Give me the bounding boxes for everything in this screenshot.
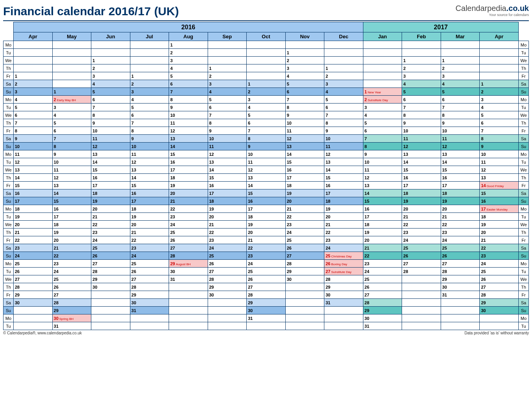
calendar-cell: 9 <box>285 111 324 119</box>
calendar-cell <box>169 283 208 291</box>
day-label-right: Fr <box>519 127 529 135</box>
calendar-cell: 21 <box>441 213 480 221</box>
calendar-cell: 20 <box>169 189 208 197</box>
month-header: Mar <box>441 32 480 41</box>
calendar-cell: 20 <box>130 221 169 229</box>
calendar-cell: 17 <box>130 197 169 205</box>
calendar-cell: 4 <box>402 80 441 88</box>
calendar-cell: 9 <box>169 104 208 111</box>
calendar-cell: 14 <box>285 150 324 158</box>
calendar-cell: 21 <box>52 244 91 252</box>
calendar-cell: 28 <box>285 260 324 268</box>
calendar-cell: 4 <box>52 111 91 119</box>
calendar-cell: 14 <box>441 158 480 166</box>
calendar-cell: 12 <box>52 174 91 182</box>
calendar-cell: 6 <box>285 88 324 96</box>
calendar-cell: 1 <box>14 72 53 80</box>
calendar-cell: 20 <box>441 205 480 213</box>
day-label-right: Th <box>519 174 529 182</box>
calendar-cell <box>402 49 441 57</box>
calendar-cell: 13 <box>441 150 480 158</box>
day-label-left: Th <box>4 119 14 127</box>
calendar-cell: 11 <box>402 135 441 143</box>
calendar-cell: 10 <box>480 150 519 158</box>
calendar-cell: 7 <box>285 96 324 104</box>
month-header: Apr <box>480 32 519 41</box>
calendar-cell <box>285 283 324 291</box>
footer-copyright: © Calendarpedia®, www.calendarpedia.co.u… <box>3 331 82 335</box>
calendar-cell: 1 <box>285 49 324 57</box>
calendar-cell: 6 <box>130 111 169 119</box>
calendar-cell: 7 <box>14 119 53 127</box>
calendar-cell: 8 <box>247 135 286 143</box>
day-label-left: Sa <box>4 135 14 143</box>
calendar-cell: 1 <box>324 64 363 72</box>
calendar-cell: 28 <box>480 291 519 299</box>
calendar-cell: 21 <box>285 205 324 213</box>
calendar-cell: 13 <box>247 174 286 182</box>
calendar-cell: 4 <box>91 80 130 88</box>
day-label-right: Tu <box>519 213 529 221</box>
calendar-cell: 10 <box>208 135 247 143</box>
month-header: Jul <box>130 32 169 41</box>
calendar-cell: 5 <box>363 119 402 127</box>
calendar-cell <box>480 41 519 49</box>
calendar-cell <box>402 291 441 299</box>
calendar-cell: 13 <box>14 166 53 174</box>
calendar-cell: 4 <box>14 96 53 104</box>
calendar-cell: 13 <box>169 135 208 143</box>
day-label-right: Sa <box>519 135 529 143</box>
day-label-left: Fr <box>4 291 14 299</box>
calendar-cell: 16 <box>285 166 324 174</box>
calendar-cell: 2 <box>169 49 208 57</box>
day-label-left: Su <box>4 88 14 96</box>
calendar-cell <box>324 322 363 330</box>
calendar-cell: 18 <box>247 213 286 221</box>
calendar-cell: 19 <box>52 229 91 236</box>
calendar-cell: 11 <box>91 135 130 143</box>
day-label-left: Fr <box>4 236 14 244</box>
day-label-right: We <box>519 166 529 174</box>
calendar-cell: 26Boxing Day <box>324 260 363 268</box>
calendar-cell: 17 <box>363 213 402 221</box>
calendar-cell: 17 <box>91 182 130 189</box>
calendar-cell: 18 <box>14 205 53 213</box>
calendar-cell <box>402 275 441 283</box>
calendar-cell <box>480 72 519 80</box>
month-header: Jun <box>91 32 130 41</box>
calendar-cell <box>402 41 441 49</box>
calendar-cell: 15 <box>247 189 286 197</box>
calendar-cell: 10 <box>14 143 53 150</box>
calendar-cell: 7 <box>324 111 363 119</box>
calendar-cell: 30 <box>169 268 208 275</box>
calendar-cell: 5 <box>14 104 53 111</box>
calendar-cell: 3 <box>285 64 324 72</box>
calendar-cell: 5 <box>130 104 169 111</box>
calendar-cell: 2 <box>480 88 519 96</box>
calendar-cell <box>402 322 441 330</box>
calendar-cell: 30 <box>91 283 130 291</box>
calendar-cell: 21 <box>402 213 441 221</box>
day-label-left: Su <box>4 252 14 260</box>
day-label-left: Fr <box>4 72 14 80</box>
calendar-cell: 23 <box>130 244 169 252</box>
calendar-cell: 3 <box>91 72 130 80</box>
calendar-cell <box>52 64 91 72</box>
calendar-cell: 30 <box>130 299 169 307</box>
calendar-cell: 8 <box>208 119 247 127</box>
calendar-cell: 30 <box>285 275 324 283</box>
calendar-cell: 5 <box>441 88 480 96</box>
calendar-cell: 9 <box>91 119 130 127</box>
calendar-cell: 25 <box>130 260 169 268</box>
day-label-left: Sa <box>4 299 14 307</box>
calendar-cell: 10 <box>52 158 91 166</box>
year-2016: 2016 <box>14 22 363 32</box>
calendar-cell: 29 <box>441 275 480 283</box>
calendar-cell: 26 <box>402 252 441 260</box>
calendar-cell: 22 <box>324 229 363 236</box>
calendar-cell: 8 <box>91 111 130 119</box>
calendar-cell: 6 <box>91 96 130 104</box>
calendar-cell: 7 <box>441 104 480 111</box>
calendar-cell: 29August BH <box>169 260 208 268</box>
calendar-cell: 4 <box>130 96 169 104</box>
